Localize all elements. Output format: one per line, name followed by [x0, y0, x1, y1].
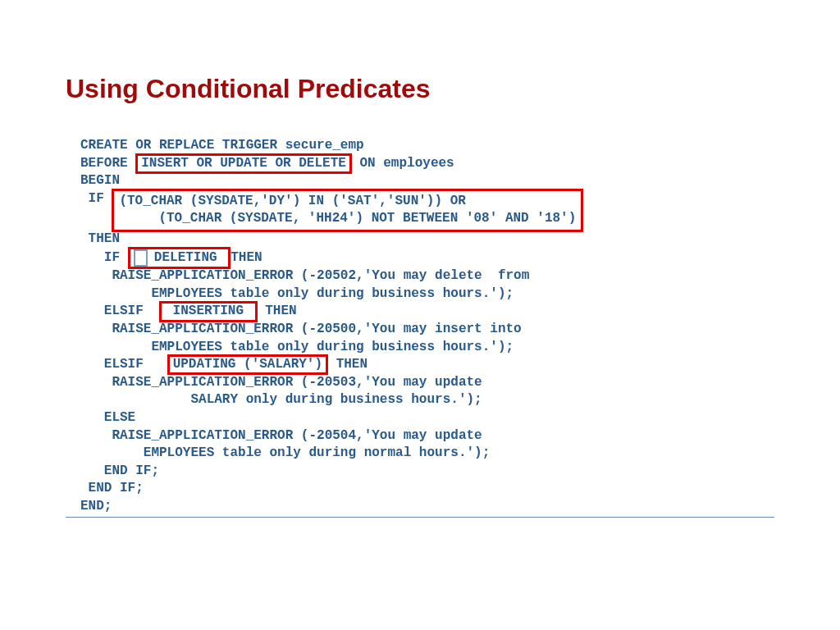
highlight-insert-update-delete: INSERT OR UPDATE OR DELETE [135, 153, 352, 174]
code-line: ELSIF [80, 357, 167, 372]
code-line: THEN [231, 250, 262, 265]
code-line: ON employees [352, 156, 454, 171]
slide-title: Using Conditional Predicates [66, 74, 774, 104]
code-line: RAISE_APPLICATION_ERROR (-20503,'You may… [80, 375, 482, 390]
code-line: ELSIF [80, 304, 159, 318]
code-line: THEN [258, 304, 297, 318]
highlight-updating: UPDATING ('SALARY') [167, 354, 328, 375]
divider [66, 517, 774, 518]
code-line: ELSE [80, 410, 135, 425]
code-line: THEN [80, 231, 120, 246]
code-line: EMPLOYEES table only during business hou… [80, 340, 514, 354]
code-line: RAISE_APPLICATION_ERROR (-20502,'You may… [80, 268, 529, 283]
code-line: END IF; [80, 481, 144, 495]
code-line: IF [80, 250, 128, 265]
code-line: CREATE OR REPLACE TRIGGER secure_emp [80, 138, 364, 153]
highlight-condition: (TO_CHAR (SYSDATE,'DY') IN ('SAT','SUN')… [112, 189, 583, 232]
code-line: END; [80, 499, 112, 514]
code-line: THEN [328, 357, 368, 372]
code-line: IF [80, 191, 112, 206]
code-line: RAISE_APPLICATION_ERROR (-20500,'You may… [80, 322, 522, 336]
code-line: EMPLOYEES table only during normal hours… [80, 445, 490, 460]
highlight-deleting: DELETING [128, 247, 231, 270]
code-block: CREATE OR REPLACE TRIGGER secure_emp BEF… [66, 137, 774, 515]
code-line: RAISE_APPLICATION_ERROR (-20504,'You may… [80, 428, 482, 443]
code-line: BEFORE [80, 156, 135, 171]
highlight-inserting: INSERTING [159, 301, 258, 322]
code-line: BEGIN [80, 173, 120, 188]
code-line: EMPLOYEES table only during business hou… [80, 286, 514, 301]
code-line: SALARY only during business hours.'); [80, 392, 482, 407]
code-line: END IF; [80, 463, 159, 478]
